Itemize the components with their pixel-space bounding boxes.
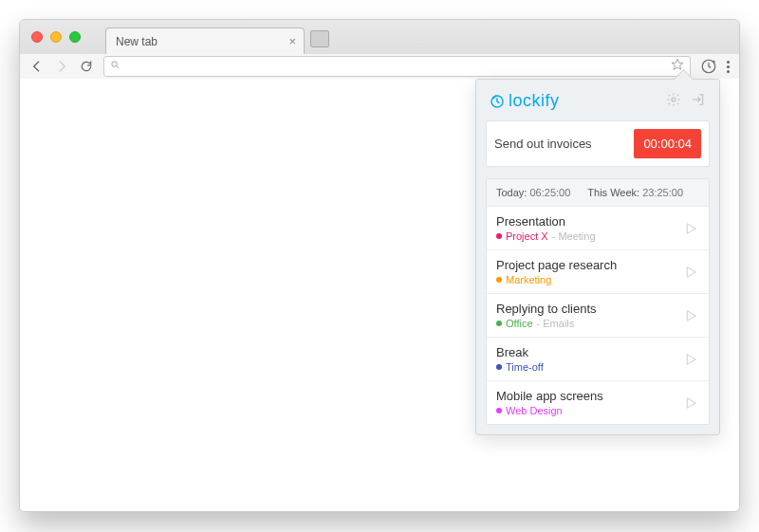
popup-header: lockify xyxy=(486,89,710,120)
week-value: 23:25:00 xyxy=(642,187,683,198)
today-value: 06:25:00 xyxy=(529,187,570,198)
time-entry[interactable]: Mobile app screens Web Design xyxy=(487,381,709,424)
entry-tag: Meeting xyxy=(552,230,596,242)
time-entry[interactable]: Replying to clients Office Emails xyxy=(487,294,709,338)
titlebar: New tab × xyxy=(20,20,739,79)
entry-title: Presentation xyxy=(496,214,682,229)
entry-title: Project page research xyxy=(496,258,682,272)
timer-description[interactable]: Send out invoices xyxy=(494,137,626,151)
browser-menu-button[interactable] xyxy=(727,61,730,73)
search-icon xyxy=(110,60,120,73)
week-label: This Week: xyxy=(587,187,639,198)
brand-text: lockify xyxy=(509,91,560,111)
today-label: Today: xyxy=(496,187,527,198)
entry-title: Break xyxy=(496,345,682,359)
project-color-dot xyxy=(496,233,502,239)
play-icon[interactable] xyxy=(682,264,699,281)
close-window-button[interactable] xyxy=(31,31,43,43)
forward-button[interactable] xyxy=(54,59,69,74)
play-icon[interactable] xyxy=(682,220,699,237)
logout-icon[interactable] xyxy=(691,92,706,111)
play-icon[interactable] xyxy=(682,394,699,412)
svg-point-3 xyxy=(672,98,676,101)
clockify-logo: lockify xyxy=(490,91,560,111)
entry-project: Web Design xyxy=(506,405,563,416)
close-tab-icon[interactable]: × xyxy=(288,34,296,48)
settings-icon[interactable] xyxy=(666,92,681,111)
browser-tab[interactable]: New tab × xyxy=(105,28,305,54)
entry-tag: Emails xyxy=(537,318,575,329)
time-entry[interactable]: Break Time-off xyxy=(487,338,709,381)
entry-project: Project X xyxy=(506,230,548,242)
time-entry[interactable]: Project page research Marketing xyxy=(487,250,709,294)
window-controls xyxy=(31,31,81,43)
play-icon[interactable] xyxy=(682,351,699,368)
entry-project: Office xyxy=(506,318,533,329)
maximize-window-button[interactable] xyxy=(69,31,81,43)
project-color-dot xyxy=(496,277,502,283)
tab-title: New tab xyxy=(116,35,157,48)
reload-button[interactable] xyxy=(79,59,94,74)
back-button[interactable] xyxy=(29,59,45,74)
entry-title: Mobile app screens xyxy=(496,389,682,403)
project-color-dot xyxy=(496,408,502,413)
toolbar xyxy=(20,54,739,79)
clockify-popup: lockify Send out invoices 00:00:04 Today… xyxy=(475,79,720,435)
tab-bar: New tab × xyxy=(105,28,329,54)
stop-timer-button[interactable]: 00:00:04 xyxy=(634,129,701,158)
active-timer: Send out invoices 00:00:04 xyxy=(486,120,710,167)
clockify-extension-icon[interactable] xyxy=(700,58,717,75)
browser-window: New tab × xyxy=(19,19,740,512)
project-color-dot xyxy=(496,321,502,326)
minimize-window-button[interactable] xyxy=(50,31,62,43)
entry-project: Marketing xyxy=(506,274,551,285)
entries-summary: Today: 06:25:00 This Week: 23:25:00 xyxy=(487,179,709,207)
url-input[interactable] xyxy=(126,60,671,73)
svg-point-0 xyxy=(112,62,118,67)
project-color-dot xyxy=(496,364,502,370)
entry-title: Replying to clients xyxy=(496,302,682,316)
new-tab-button[interactable] xyxy=(310,30,329,47)
play-icon[interactable] xyxy=(682,307,699,324)
time-entries: Today: 06:25:00 This Week: 23:25:00 Pres… xyxy=(486,178,710,425)
time-entry[interactable]: Presentation Project X Meeting xyxy=(487,207,709,250)
entry-project: Time-off xyxy=(506,361,544,373)
address-bar[interactable] xyxy=(103,56,691,77)
